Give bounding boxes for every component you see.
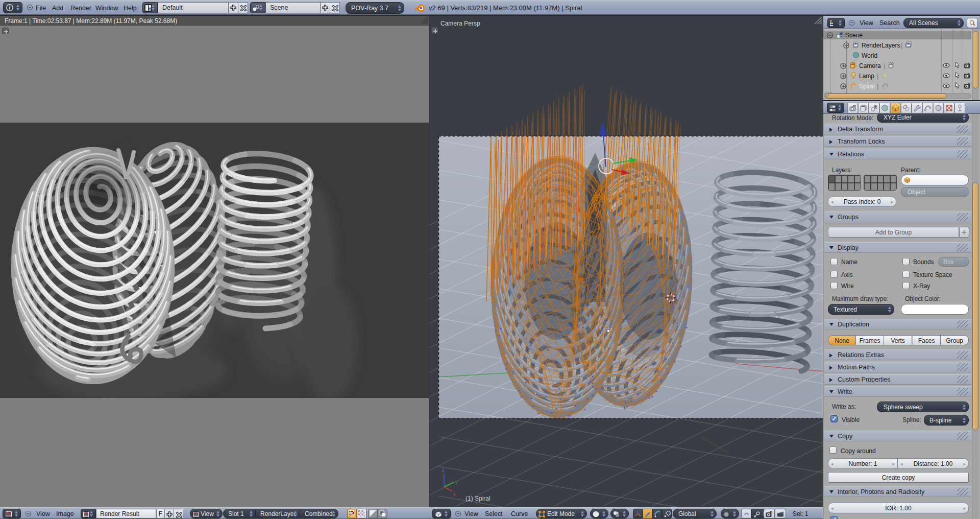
svg-text:x: x: [453, 491, 456, 497]
svg-text:(1) Spiral: (1) Spiral: [465, 495, 491, 502]
svg-text:Camera Persp: Camera Persp: [440, 20, 480, 27]
svg-text:z: z: [442, 467, 445, 473]
svg-text:y: y: [455, 479, 458, 485]
